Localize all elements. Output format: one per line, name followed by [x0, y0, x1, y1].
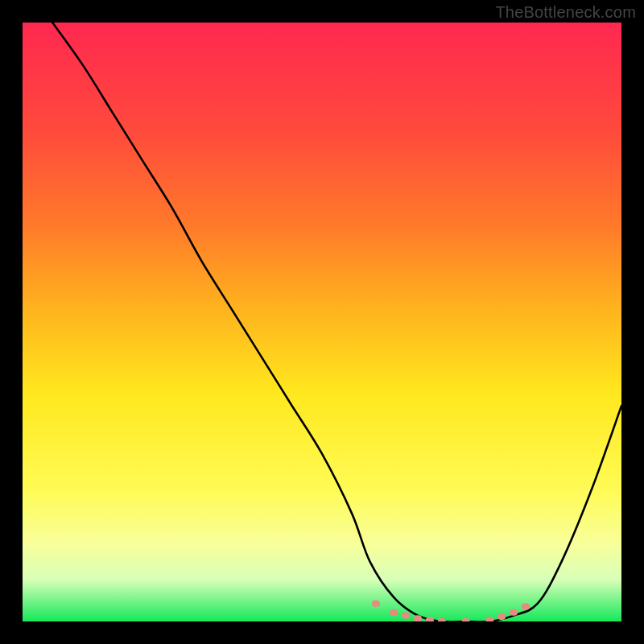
bottleneck-curve: [52, 23, 621, 621]
marker-dot: [522, 603, 530, 609]
chart-frame: TheBottleneck.com: [0, 0, 644, 644]
marker-dot: [485, 617, 493, 622]
marker-dot: [402, 613, 410, 619]
marker-dot: [414, 615, 422, 621]
marker-dot: [390, 609, 398, 616]
marker-dot: [510, 609, 518, 616]
marker-dot: [438, 618, 446, 621]
watermark-label: TheBottleneck.com: [495, 3, 636, 22]
plot-area: [23, 23, 621, 621]
marker-dot: [497, 613, 506, 620]
marker-dot: [372, 601, 380, 607]
marker-dot: [462, 618, 470, 621]
curve-layer: [23, 23, 621, 621]
